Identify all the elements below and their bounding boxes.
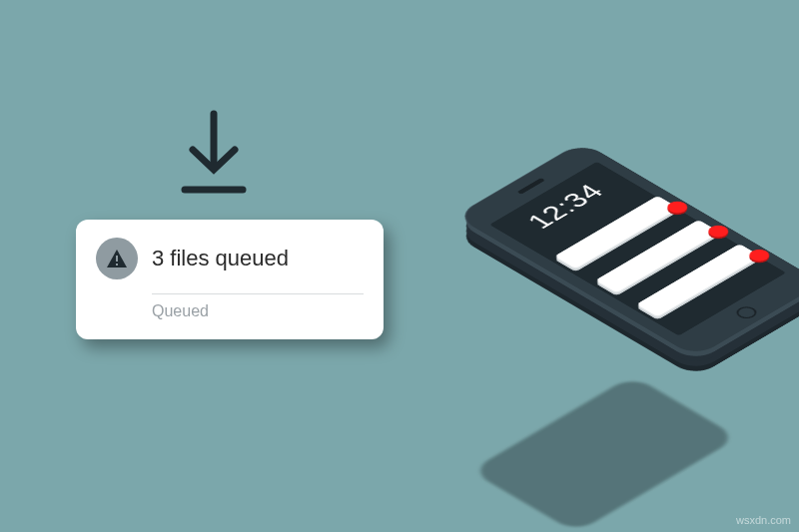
home-button-icon: [732, 304, 760, 321]
download-notification-card: 3 files queued Queued: [76, 220, 384, 339]
divider: [152, 293, 364, 294]
notification-badge-icon: [745, 248, 773, 265]
svg-rect-4: [116, 264, 118, 266]
phone-illustration: 12:34: [469, 20, 789, 519]
notification-badge-icon: [704, 223, 732, 240]
notification-badge-icon: [663, 199, 691, 216]
svg-rect-3: [116, 256, 118, 262]
download-icon: [175, 110, 253, 204]
notification-title: 3 files queued: [152, 246, 289, 271]
phone: 12:34: [455, 142, 799, 357]
watermark: wsxdn.com: [736, 514, 791, 526]
alert-triangle-icon: [96, 238, 138, 279]
phone-shadow: [470, 375, 739, 532]
phone-notification-item: [636, 244, 760, 316]
phone-speaker: [517, 178, 545, 195]
phone-body: 12:34: [455, 142, 799, 357]
card-header-row: 3 files queued: [96, 238, 364, 279]
notification-status: Queued: [96, 302, 364, 320]
